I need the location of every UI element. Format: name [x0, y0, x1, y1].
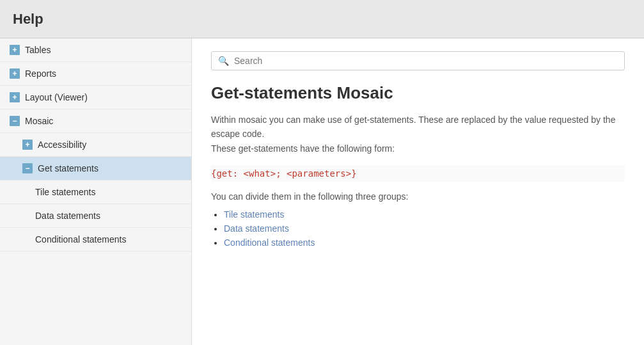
content-link[interactable]: Data statements: [224, 223, 289, 234]
search-input[interactable]: [234, 56, 618, 66]
list-item: Conditional statements: [224, 237, 625, 248]
search-icon: 🔍: [218, 56, 229, 66]
sidebar-item-label: Tables: [25, 45, 51, 55]
sidebar-item-tile-statements[interactable]: Tile statements: [0, 181, 191, 204]
sidebar: +Tables+Reports+Layout (Viewer)−Mosaic+A…: [0, 38, 192, 345]
groups-text: You can divide them in the following thr…: [211, 191, 625, 202]
sidebar-item-label: Mosaic: [25, 116, 53, 126]
plus-icon: +: [22, 140, 33, 150]
links-list: Tile statementsData statementsConditiona…: [211, 209, 625, 248]
main-layout: +Tables+Reports+Layout (Viewer)−Mosaic+A…: [0, 38, 644, 345]
plus-icon: +: [10, 68, 20, 79]
sidebar-item-get-statements[interactable]: −Get statements: [0, 157, 191, 181]
sidebar-item-reports[interactable]: +Reports: [0, 62, 191, 86]
sidebar-item-label: Get statements: [38, 163, 98, 173]
sidebar-item-label: Accessibility: [38, 140, 86, 150]
sidebar-item-mosaic[interactable]: −Mosaic: [0, 109, 191, 133]
sidebar-item-conditional-statements[interactable]: Conditional statements: [0, 228, 191, 252]
sidebar-item-label: Tile statements: [35, 187, 95, 197]
content-link[interactable]: Conditional statements: [224, 237, 315, 248]
code-block: {get: <what>; <parameters>}: [211, 165, 625, 182]
sidebar-item-layout-viewer[interactable]: +Layout (Viewer): [0, 86, 191, 109]
page-title: Get-statements Mosaic: [211, 83, 625, 103]
search-container: 🔍: [211, 51, 625, 70]
sidebar-item-label: Data statements: [35, 211, 100, 221]
list-item: Data statements: [224, 223, 625, 234]
content-area: 🔍 Get-statements Mosaic Within mosaic yo…: [192, 38, 644, 345]
sidebar-item-label: Conditional statements: [35, 234, 126, 245]
plus-icon: +: [10, 92, 20, 102]
plus-icon: +: [10, 45, 20, 55]
minus-icon: −: [22, 163, 33, 173]
content-link[interactable]: Tile statements: [224, 209, 284, 220]
sidebar-item-data-statements[interactable]: Data statements: [0, 204, 191, 228]
app-title: Help: [13, 11, 43, 28]
sidebar-item-label: Layout (Viewer): [25, 92, 88, 102]
sidebar-item-tables[interactable]: +Tables: [0, 38, 191, 62]
description-1: Within mosaic you can make use of get-st…: [211, 113, 625, 156]
minus-icon: −: [10, 116, 20, 126]
sidebar-item-label: Reports: [25, 68, 56, 79]
list-item: Tile statements: [224, 209, 625, 220]
sidebar-item-accessibility[interactable]: +Accessibility: [0, 133, 191, 157]
app-header: Help: [0, 0, 644, 38]
